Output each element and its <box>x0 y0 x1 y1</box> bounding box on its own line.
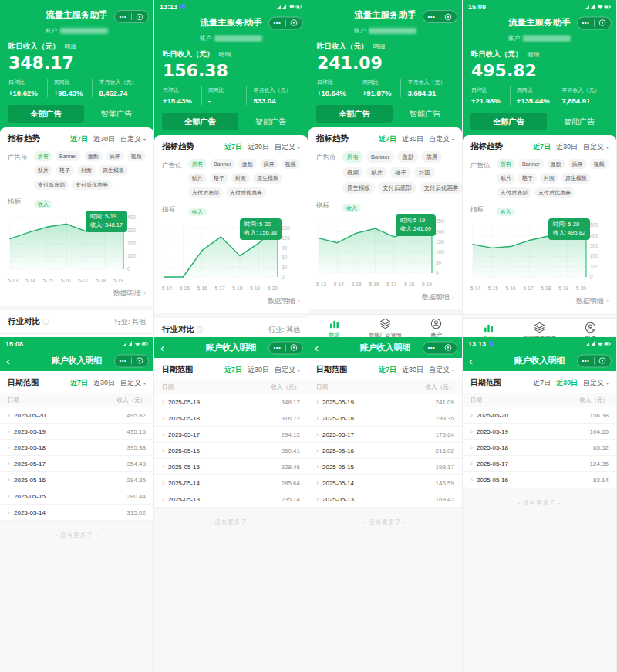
ad-position-chip[interactable]: 视频 <box>590 159 609 169</box>
date-range-tab[interactable]: 近7日 <box>70 378 88 388</box>
metric-chip-income[interactable]: 收入 <box>34 200 52 208</box>
table-row[interactable]: ›2025-05-14285.64 <box>154 475 308 491</box>
table-row[interactable]: ›2025-05-14315.02 <box>0 505 153 521</box>
ad-position-chip[interactable]: 格子 <box>56 165 74 175</box>
more-icon[interactable]: ••• <box>428 345 436 351</box>
metric-chip-income[interactable]: 收入 <box>497 208 515 216</box>
all-ads-button[interactable]: 全部广告 <box>316 105 393 123</box>
table-row[interactable]: ›2025-05-16294.35 <box>0 472 153 488</box>
ad-position-chip[interactable]: 贴片 <box>34 165 52 175</box>
table-row[interactable]: ›2025-05-18316.72 <box>154 410 308 427</box>
data-detail-link[interactable]: 数据明细› <box>470 292 609 313</box>
table-row[interactable]: ›2025-05-15328.46 <box>154 459 308 475</box>
ad-position-chip[interactable]: 所有 <box>188 159 207 169</box>
table-row[interactable]: ›2025-05-14146.59 <box>308 475 462 491</box>
table-row[interactable]: ›2025-05-19348.17 <box>154 394 308 410</box>
date-range-tab[interactable]: 近30日 <box>248 365 269 375</box>
date-range-tab[interactable]: 自定义 <box>275 365 295 375</box>
ad-position-chip[interactable]: 格子 <box>390 167 411 178</box>
date-range-tab[interactable]: 近30日 <box>556 378 578 388</box>
ad-position-chip[interactable]: 格子 <box>518 173 537 183</box>
account-row[interactable]: 账户 <box>308 27 462 35</box>
table-row[interactable]: ›2025-05-17294.12 <box>154 427 308 443</box>
trend-range-tab[interactable]: 近7日 <box>379 134 396 144</box>
tab-user[interactable]: 账户 <box>411 318 462 337</box>
close-target-icon[interactable] <box>444 344 452 352</box>
ad-position-chip[interactable]: Banner <box>366 151 394 163</box>
ad-position-chip[interactable]: 插屏 <box>260 159 278 169</box>
more-icon[interactable]: ••• <box>274 345 282 351</box>
back-icon[interactable]: ‹ <box>469 350 473 371</box>
ad-position-chip[interactable]: 视频 <box>127 151 146 161</box>
trend-range-tab[interactable]: 近30日 <box>93 134 115 144</box>
trend-range-tab[interactable]: 近30日 <box>556 142 578 152</box>
back-icon[interactable]: ‹ <box>315 337 319 358</box>
trend-range-tab[interactable]: 自定义 <box>583 142 604 152</box>
all-ads-button[interactable]: 全部广告 <box>470 113 547 130</box>
trend-range-tab[interactable]: 近7日 <box>70 134 88 144</box>
table-row[interactable]: ›2025-05-16350.41 <box>154 443 308 459</box>
date-range-tab[interactable]: 自定义 <box>120 378 141 388</box>
ad-position-chip[interactable]: 插屏 <box>421 151 442 163</box>
ad-position-chip[interactable]: 格子 <box>210 173 228 183</box>
income-detail-link[interactable]: 明细 <box>528 50 540 59</box>
ad-position-chip[interactable]: 激励 <box>547 159 565 169</box>
trend-range-tab[interactable]: 近7日 <box>533 142 551 152</box>
ad-position-chip[interactable]: 插屏 <box>106 151 124 161</box>
data-detail-link[interactable]: 数据明细› <box>8 285 146 306</box>
ad-position-chip[interactable]: 支付后优惠券 <box>226 187 266 198</box>
table-row[interactable]: ›2025-05-17175.64 <box>308 427 462 443</box>
ad-position-chip[interactable]: 支付后底部 <box>34 180 69 190</box>
table-row[interactable]: ›2025-05-15193.17 <box>308 459 462 475</box>
close-target-icon[interactable] <box>290 344 298 352</box>
capsule-menu[interactable]: ••• <box>577 16 612 29</box>
capsule-menu[interactable]: ••• <box>423 10 457 23</box>
date-range-tab[interactable]: 近7日 <box>533 378 551 388</box>
data-detail-link[interactable]: 数据明细› <box>316 289 454 309</box>
back-icon[interactable]: ‹ <box>160 337 164 358</box>
data-detail-link[interactable]: 数据明细› <box>162 292 300 313</box>
close-target-icon[interactable] <box>598 19 606 27</box>
ad-position-chip[interactable]: 支付后底部 <box>378 182 416 194</box>
ad-position-chip[interactable]: 贴片 <box>366 167 387 178</box>
tab-layers[interactable]: 智能广告管理 <box>514 322 565 337</box>
date-range-tab[interactable]: 自定义 <box>583 378 604 388</box>
table-row[interactable]: ›2025-05-13235.14 <box>154 491 308 508</box>
capsule-menu[interactable]: ••• <box>268 341 303 354</box>
table-row[interactable]: ›2025-05-19104.65 <box>463 424 616 440</box>
income-detail-link[interactable]: 明细 <box>373 42 386 51</box>
ad-position-chip[interactable]: 原生模板 <box>99 165 128 175</box>
ad-position-chip[interactable]: 封面 <box>77 165 96 175</box>
ad-position-chip[interactable]: 封面 <box>540 173 558 183</box>
trend-range-tab[interactable]: 近30日 <box>248 142 269 152</box>
ad-position-chip[interactable]: 插屏 <box>568 159 587 169</box>
date-range-tab[interactable]: 自定义 <box>429 365 450 375</box>
close-target-icon[interactable] <box>136 13 143 21</box>
capsule-menu[interactable]: ••• <box>114 10 149 23</box>
trend-range-tab[interactable]: 自定义 <box>275 142 295 152</box>
income-detail-link[interactable]: 明细 <box>65 42 77 51</box>
capsule-menu[interactable]: ••• <box>577 354 612 367</box>
account-row[interactable]: 账户 <box>154 35 308 42</box>
close-target-icon[interactable] <box>136 357 143 365</box>
ad-position-chip[interactable]: Banner <box>518 159 544 169</box>
table-row[interactable]: ›2025-05-20495.82 <box>0 407 153 424</box>
ad-position-chip[interactable]: 支付后优惠券 <box>72 180 112 190</box>
ad-position-chip[interactable]: 原生模板 <box>561 173 591 183</box>
more-icon[interactable]: ••• <box>428 14 436 20</box>
ad-position-chip[interactable]: 封面 <box>414 167 435 178</box>
more-icon[interactable]: ••• <box>120 358 127 364</box>
ad-position-chip[interactable]: 所有 <box>497 159 515 169</box>
tab-bar[interactable]: 数据 <box>308 318 359 337</box>
trend-range-tab[interactable]: 近7日 <box>224 142 242 152</box>
income-detail-link[interactable]: 明细 <box>219 50 231 59</box>
back-icon[interactable]: ‹ <box>6 350 10 371</box>
ad-position-chip[interactable]: 支付后底部 <box>188 187 223 198</box>
ad-position-chip[interactable]: 封面 <box>231 173 250 183</box>
date-range-tab[interactable]: 近7日 <box>224 365 242 375</box>
date-range-tab[interactable]: 近30日 <box>402 365 423 375</box>
ad-position-chip[interactable]: Banner <box>56 151 81 161</box>
ad-position-chip[interactable]: 原生模板 <box>253 173 282 183</box>
ad-position-chip[interactable]: 视频 <box>282 159 300 169</box>
table-row[interactable]: ›2025-05-1865.52 <box>463 440 616 456</box>
